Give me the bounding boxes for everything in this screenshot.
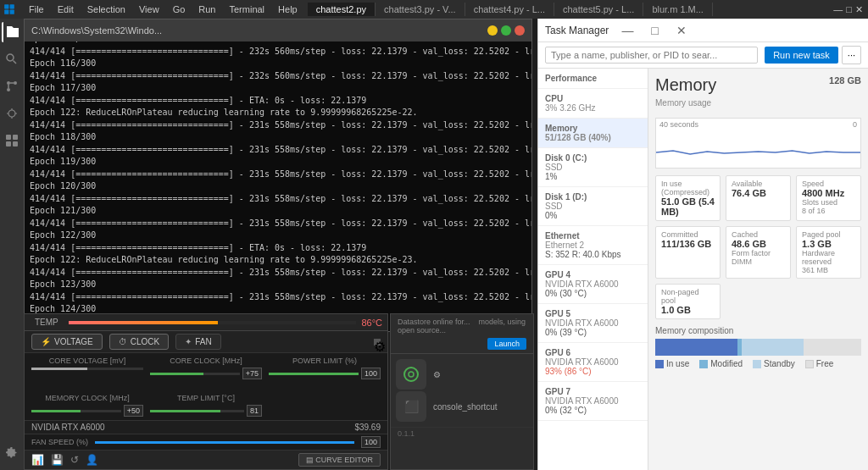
gpu-reset-icon[interactable]: ↺	[70, 454, 79, 466]
memory-clock-label: MEMORY CLOCK [MHz]	[31, 394, 143, 402]
tm-composition-bar	[655, 339, 861, 356]
gpu-person-icon[interactable]: 👤	[86, 454, 98, 466]
legend-free: Free	[805, 359, 834, 368]
core-clock-val[interactable]: +75	[242, 368, 262, 379]
tab-chattest5[interactable]: chattest5.py - L...	[554, 3, 643, 16]
close-btn[interactable]: ✕	[855, 4, 863, 15]
svg-rect-11	[13, 135, 18, 140]
stat-speed: Speed 4800 MHz Slots used 8 of 16	[796, 175, 861, 221]
gpu-tab-temp[interactable]: TEMP	[25, 314, 69, 330]
sidebar-gpu5[interactable]: GPU 5 NVIDIA RTX A6000 0% (39 °C)	[538, 304, 648, 343]
memory-clock-val[interactable]: +50	[124, 405, 143, 417]
terminal-close-btn[interactable]	[515, 25, 525, 36]
terminal-window-controls	[487, 25, 525, 36]
menu-help[interactable]: Help	[271, 3, 304, 16]
tm-more-btn[interactable]: ···	[842, 46, 861, 64]
menu-terminal[interactable]: Terminal	[223, 3, 272, 16]
sidebar-ethernet[interactable]: Ethernet Ethernet 2 S: 352 R: 40.0 Kbps	[538, 226, 648, 265]
tab-blurm[interactable]: blur.m 1.M...	[643, 3, 713, 16]
sidebar-gpu6[interactable]: GPU 6 NVIDIA RTX A6000 93% (86 °C)	[538, 343, 648, 382]
gpu-section-voltage[interactable]: ⚡ VOLTAGE	[31, 334, 103, 350]
activity-search-icon[interactable]	[2, 49, 22, 69]
tm-minimize-btn[interactable]: —	[615, 19, 639, 42]
gpu-graph-icon[interactable]: 📊	[31, 454, 44, 466]
temp-limit-val[interactable]: 81	[247, 405, 262, 417]
tm-search-bar: Run new task ···	[538, 42, 868, 69]
minimize-btn[interactable]: —	[833, 4, 843, 14]
tab-chattest4[interactable]: chattest4.py - L...	[465, 3, 554, 16]
terminal-titlebar: C:\Windows\System32\Windo...	[25, 19, 531, 41]
fan-speed-val[interactable]: 100	[361, 436, 381, 448]
stat-available: Available 76.4 GB	[726, 175, 791, 221]
maximize-btn[interactable]: □	[846, 4, 852, 14]
legend-in-use: In use	[655, 359, 689, 368]
tm-title: Task Manager	[545, 25, 609, 36]
gpu-tabs-bar: TEMP 86°C	[25, 314, 387, 331]
menu-go[interactable]: Go	[166, 3, 192, 16]
tm-maximize-btn[interactable]: □	[643, 19, 666, 42]
svg-rect-1	[10, 4, 14, 8]
gpu-save-icon[interactable]: 💾	[51, 454, 64, 466]
fan-speed-label: FAN SPEED (%)	[31, 438, 88, 446]
stat-cached: Cached 48.6 GB Form factor DIMM	[726, 226, 791, 279]
tm-memory-composition: Memory composition In use Modified	[655, 326, 861, 368]
sidebar-performance[interactable]: Performance	[538, 69, 648, 89]
comp-free	[804, 339, 861, 356]
menu-run[interactable]: Run	[192, 3, 222, 16]
temp-limit-label: TEMP LIMIT [°C]	[150, 394, 262, 402]
tm-search-input[interactable]	[545, 47, 758, 64]
core-clock-label: CORE CLOCK [MHz]	[150, 357, 262, 365]
app-item-console[interactable]: ⬛ console_shortcut	[396, 391, 528, 422]
launch-btn[interactable]: Launch	[487, 338, 526, 350]
svg-point-15	[404, 368, 418, 381]
taskbar-menu: File Edit Selection View Go Run Terminal…	[22, 3, 304, 16]
sidebar-gpu7[interactable]: GPU 7 NVIDIA RTX A6000 0% (32 °C)	[538, 382, 648, 421]
power-limit-val[interactable]: 100	[361, 368, 381, 379]
activity-git-icon[interactable]	[2, 76, 22, 97]
menu-edit[interactable]: Edit	[51, 3, 81, 16]
activity-extensions-icon[interactable]	[2, 130, 22, 151]
sidebar-disk1[interactable]: Disk 1 (D:) SSD 0%	[538, 187, 648, 226]
tm-stats-grid: In use (Compressed) 51.0 GB (5.4 MB) Ava…	[655, 175, 861, 319]
svg-point-7	[14, 81, 17, 85]
menu-file[interactable]: File	[22, 3, 51, 16]
svg-line-5	[14, 61, 17, 64]
gpu-info-icon[interactable]: ⚙	[374, 339, 381, 346]
gpu-bottom-icons: 📊 💾 ↺ 👤	[31, 454, 98, 466]
menu-selection[interactable]: Selection	[81, 3, 132, 16]
power-limit-label: POWER LIMIT (%)	[269, 357, 381, 365]
terminal-output[interactable]: Epoch 112: ReduceLROnPlateau reducing le…	[25, 41, 531, 331]
curve-editor-btn[interactable]: ▤ CURVE EDITOR	[298, 453, 381, 467]
sidebar-cpu[interactable]: CPU 3% 3.26 GHz	[538, 89, 648, 119]
gpu-temp-display: 86°C	[356, 318, 387, 328]
sidebar-memory[interactable]: Memory 51/128 GB (40%)	[538, 119, 648, 148]
terminal-maximize-btn[interactable]	[501, 25, 511, 36]
sidebar-gpu4[interactable]: GPU 4 NVIDIA RTX A6000 0% (30 °C)	[538, 265, 648, 304]
taskbar: File Edit Selection View Go Run Terminal…	[0, 0, 868, 19]
tm-memory-total: 128 GB	[829, 75, 861, 86]
activity-explorer-icon[interactable]	[2, 22, 22, 42]
comp-in-use	[655, 339, 737, 356]
stat-in-use: In use (Compressed) 51.0 GB (5.4 MB)	[655, 175, 721, 221]
tab-chattest3[interactable]: chattest3.py - V...	[376, 3, 465, 16]
tm-memory-timeline: 40 seconds 0	[655, 118, 861, 169]
menu-view[interactable]: View	[132, 3, 166, 16]
tm-close-btn[interactable]: ✕	[670, 19, 693, 42]
apps-panel: Datastore online for... models, using op…	[390, 313, 534, 470]
activity-settings-icon[interactable]	[2, 443, 22, 463]
app-console-label: console_shortcut	[433, 402, 498, 412]
gpu-section-clock[interactable]: ⏱ CLOCK	[109, 334, 169, 350]
tab-chattest2[interactable]: chattest2.py	[308, 3, 376, 16]
sidebar-disk0[interactable]: Disk 0 (C:) SSD 1%	[538, 148, 648, 187]
tm-body: Performance CPU 3% 3.26 GHz Memory 51/12…	[538, 69, 868, 470]
tm-run-task-btn[interactable]: Run new task	[765, 47, 838, 64]
core-voltage-label: CORE VOLTAGE [mV]	[31, 357, 143, 365]
gpu-section-fan[interactable]: ✦ FAN	[175, 334, 220, 350]
terminal-minimize-btn[interactable]	[487, 25, 498, 36]
tm-comp-legend: In use Modified Standby Free	[655, 359, 861, 368]
activity-bar	[0, 19, 24, 470]
svg-point-9	[8, 110, 15, 117]
app-item-settings[interactable]: ⚙	[396, 359, 528, 390]
comp-standby	[742, 339, 804, 356]
activity-debug-icon[interactable]	[2, 103, 22, 124]
